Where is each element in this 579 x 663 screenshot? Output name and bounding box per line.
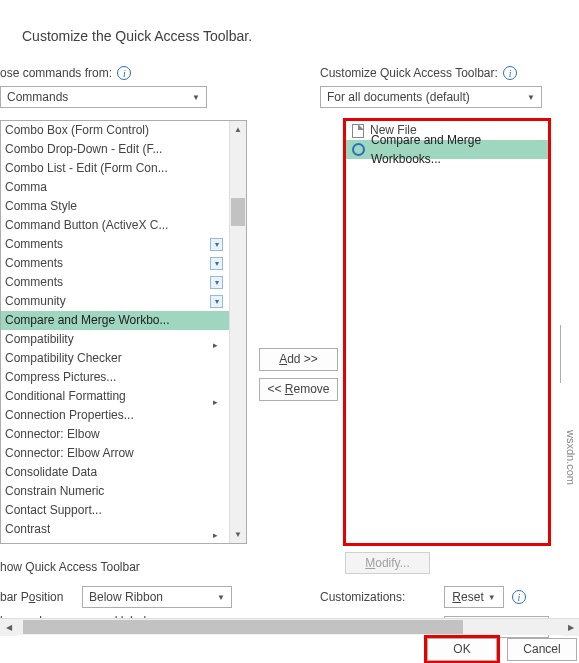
list-item[interactable]: Connector: Elbow — [1, 425, 229, 444]
submenu-arrow-icon — [213, 525, 223, 535]
list-item[interactable]: Conditional Formatting — [1, 387, 229, 406]
list-item[interactable]: Combo Box (Form Control) — [1, 121, 229, 140]
merge-icon — [352, 143, 365, 156]
list-item[interactable]: Connection Properties... — [1, 406, 229, 425]
list-item[interactable]: Connector: Elbow Arrow — [1, 444, 229, 463]
list-item[interactable]: Consolidate Data — [1, 463, 229, 482]
chevron-down-icon: ▼ — [527, 93, 535, 102]
dropdown-indicator-icon — [210, 276, 223, 289]
info-icon[interactable]: i — [512, 590, 526, 604]
list-item[interactable]: Compatibility — [1, 330, 229, 349]
list-item[interactable]: Command Button (ActiveX C... — [1, 216, 229, 235]
scroll-thumb[interactable] — [231, 198, 245, 226]
chevron-down-icon: ▼ — [488, 593, 496, 602]
toolbar-list[interactable]: New FileCompare and Merge Workbooks... — [345, 120, 549, 544]
watermark: wsxdn.com — [565, 430, 577, 485]
add-button[interactable]: Add >> — [259, 348, 338, 371]
choose-commands-label: ose commands from: i — [0, 66, 131, 80]
scrollbar-horizontal[interactable]: ◀ ▶ — [0, 618, 579, 635]
scroll-left-button[interactable]: ◀ — [0, 619, 17, 636]
for-documents-dropdown[interactable]: For all documents (default) ▼ — [320, 86, 542, 108]
dropdown-indicator-icon — [210, 295, 223, 308]
bar-position-dropdown[interactable]: Below Ribbon ▼ — [82, 586, 232, 608]
list-item[interactable]: Combo List - Edit (Form Con... — [1, 159, 229, 178]
list-item[interactable]: Constrain Numeric — [1, 482, 229, 501]
page-title: Customize the Quick Access Toolbar. — [22, 28, 252, 44]
commands-list[interactable]: Combo Box (Form Control)Combo Drop-Down … — [0, 120, 247, 544]
list-item[interactable]: Combo Drop-Down - Edit (F... — [1, 140, 229, 159]
list-item[interactable]: Comments — [1, 254, 229, 273]
submenu-arrow-icon — [213, 335, 223, 345]
list-item[interactable]: Comma Style — [1, 197, 229, 216]
ok-button[interactable]: OK — [427, 638, 497, 661]
list-item[interactable]: Comments — [1, 235, 229, 254]
scroll-right-button[interactable]: ▶ — [562, 619, 579, 636]
list-item[interactable]: Compatibility Checker — [1, 349, 229, 368]
list-item[interactable]: Community — [1, 292, 229, 311]
info-icon[interactable]: i — [117, 66, 131, 80]
dropdown-indicator-icon — [210, 238, 223, 251]
list-item[interactable]: Compare and Merge Workbooks... — [346, 140, 548, 159]
bar-position-label: bar Position — [0, 590, 63, 604]
scroll-up-button[interactable]: ▲ — [230, 121, 246, 138]
submenu-arrow-icon — [213, 392, 223, 402]
list-item[interactable]: Compare and Merge Workbo... — [1, 311, 229, 330]
scroll-down-button[interactable]: ▼ — [230, 526, 246, 543]
commands-from-dropdown[interactable]: Commands ▼ — [0, 86, 207, 108]
list-item[interactable]: Comments — [1, 273, 229, 292]
chevron-down-icon: ▼ — [192, 93, 200, 102]
customizations-label: Customizations: — [320, 590, 405, 604]
list-item[interactable]: Comma — [1, 178, 229, 197]
dropdown-indicator-icon — [210, 257, 223, 270]
cancel-button[interactable]: Cancel — [507, 638, 577, 661]
list-item[interactable]: Compress Pictures... — [1, 368, 229, 387]
scrollbar-vertical[interactable]: ▲ ▼ — [229, 121, 246, 543]
reorder-buttons-slot — [560, 325, 578, 383]
list-item[interactable]: Contrast — [1, 520, 229, 539]
chevron-down-icon: ▼ — [217, 593, 225, 602]
info-icon[interactable]: i — [503, 66, 517, 80]
remove-button[interactable]: << Remove — [259, 378, 338, 401]
reset-button[interactable]: Reset ▼ — [444, 586, 504, 608]
list-item[interactable]: Contact Support... — [1, 501, 229, 520]
customize-qa-label: Customize Quick Access Toolbar: i — [320, 66, 517, 80]
scroll-thumb[interactable] — [23, 620, 463, 634]
show-qat-label: how Quick Access Toolbar — [0, 560, 140, 574]
modify-button: Modify... — [345, 552, 430, 574]
file-icon — [352, 124, 364, 138]
footer: OK Cancel — [0, 635, 579, 663]
